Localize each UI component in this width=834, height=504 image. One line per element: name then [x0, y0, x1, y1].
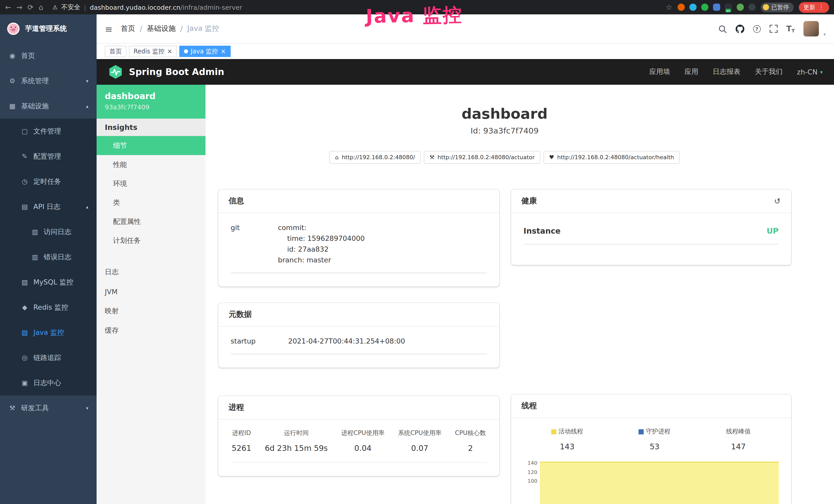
sba-brand-label: Spring Boot Admin: [129, 67, 224, 77]
git-commit-time: time: 1596289704000: [278, 233, 365, 244]
tab-home[interactable]: 首页: [105, 46, 126, 57]
home-icon[interactable]: ⌂: [39, 4, 43, 11]
sidebar-item-redis-monitor[interactable]: ◆ Redis 监控: [0, 295, 96, 320]
tab-label: Redis 监控: [134, 47, 164, 56]
sba-nav-applications[interactable]: 应用: [684, 67, 698, 76]
breadcrumb-item-home[interactable]: 首页: [121, 24, 135, 33]
sidebar-item-error-logs[interactable]: ▥ 错误日志: [0, 245, 96, 270]
close-icon[interactable]: ×: [221, 48, 226, 54]
app-logo[interactable]: 芋道管理系统: [0, 15, 96, 43]
sidebar-item-system-mgmt[interactable]: ⚙ 系统管理 ▾: [0, 68, 96, 93]
search-icon[interactable]: [718, 24, 727, 33]
threads-chart-plot: [540, 459, 778, 504]
sba-item-classes[interactable]: 类: [96, 193, 205, 212]
base-url-link[interactable]: ⌂ http://192.168.0.2:48080/: [330, 151, 421, 164]
github-icon[interactable]: [736, 24, 744, 33]
sba-instance-header[interactable]: dashboard 93a3fc7f7409: [96, 85, 205, 119]
locale-selector[interactable]: zh-CN ▾: [797, 68, 823, 76]
daemon-threads-swatch: [639, 429, 644, 434]
user-avatar[interactable]: [804, 21, 819, 37]
back-icon[interactable]: ←: [5, 4, 11, 11]
info-git-row: git commit: time: 1596289704000 id: 27aa…: [231, 222, 487, 273]
sba-section-insights[interactable]: Insights: [96, 119, 205, 136]
sba-item-metrics[interactable]: 性能: [96, 155, 205, 174]
address-bar[interactable]: ⚠ 不安全 | dashboard.yudao.iocoder.cn/infra…: [48, 3, 661, 12]
sba-item-jvm[interactable]: JVM: [96, 282, 205, 301]
fullscreen-icon[interactable]: [769, 25, 777, 33]
trace-icon: ◎: [21, 354, 29, 362]
sidebar-item-label: 文件管理: [34, 127, 88, 136]
sidebar-item-api-logs[interactable]: ▤ API 日志 ▴: [0, 194, 96, 219]
sba-item-details[interactable]: 细节: [96, 136, 205, 155]
forward-icon[interactable]: →: [16, 4, 22, 11]
sba-item-caches[interactable]: 缓存: [96, 321, 205, 340]
chevron-down-icon[interactable]: ▾: [824, 32, 826, 37]
stat-value: 0.04: [342, 443, 385, 453]
close-icon[interactable]: ×: [167, 48, 172, 54]
sba-item-config-props[interactable]: 配置属性: [96, 212, 205, 231]
sba-nav-wall[interactable]: 应用墙: [649, 67, 670, 76]
sidebar-item-config-mgmt[interactable]: ✎ 配置管理: [0, 144, 96, 169]
sba-sidebar-lower: 日志 JVM 映射 缓存: [96, 262, 205, 340]
sidebar-item-dev-tools[interactable]: ⚒ 研发工具 ▾: [0, 395, 96, 420]
extension-icon[interactable]: [677, 4, 684, 11]
sidebar-item-label: Java 监控: [34, 328, 88, 337]
sba-item-scheduled-tasks[interactable]: 计划任务: [96, 231, 205, 250]
sidebar-item-scheduled-tasks[interactable]: ◷ 定时任务: [0, 169, 96, 194]
sidebar-item-file-mgmt[interactable]: ▢ 文件管理: [0, 119, 96, 144]
bookmark-star-icon[interactable]: ☆: [666, 4, 672, 11]
stat-label: 系统CPU使用率: [398, 429, 441, 437]
chevron-down-icon: ▾: [86, 78, 88, 84]
chevron-up-icon: ▴: [86, 104, 88, 109]
infrastructure-icon: ▦: [8, 102, 17, 110]
extension-icon[interactable]: [713, 4, 720, 11]
dashboard-icon: ◉: [8, 52, 17, 60]
sba-navbar: Spring Boot Admin 应用墙 应用 日志报表 关于我们 zh-CN…: [96, 59, 834, 85]
card-title: 健康: [521, 196, 537, 206]
health-url-link[interactable]: ♥ http://192.168.0.2:48080/actuator/heal…: [544, 151, 680, 164]
sidebar-item-log-center[interactable]: ▣ 日志中心: [0, 370, 96, 395]
sba-item-logs[interactable]: 日志: [96, 262, 205, 282]
extension-icon[interactable]: [701, 4, 708, 11]
extension-icon[interactable]: [689, 4, 696, 11]
locale-label: zh-CN: [797, 68, 817, 76]
sba-item-environment[interactable]: 环境: [96, 174, 205, 193]
chevron-down-icon: ▾: [86, 406, 88, 411]
sba-brand[interactable]: Spring Boot Admin: [108, 64, 224, 79]
tab-java-monitor[interactable]: Java 监控 ×: [179, 46, 231, 57]
kebab-menu-icon[interactable]: ⋮: [818, 4, 824, 11]
address-separator: |: [84, 3, 86, 11]
history-icon[interactable]: ↺: [774, 197, 781, 206]
sba-nav-about[interactable]: 关于我们: [755, 67, 783, 76]
tab-redis-monitor[interactable]: Redis 监控 ×: [129, 46, 177, 57]
update-button[interactable]: 更新 ⋮: [799, 2, 829, 13]
reload-icon[interactable]: ⟳: [27, 4, 34, 11]
sidebar-item-java-monitor[interactable]: ▨ Java 监控: [0, 320, 96, 345]
sidebar-item-home[interactable]: ◉ 首页: [0, 43, 96, 68]
sidebar-item-infrastructure[interactable]: ▦ 基础设施 ▴: [0, 93, 96, 119]
extension-icon[interactable]: on: [725, 4, 732, 11]
sidebar-menu: ◉ 首页 ⚙ 系统管理 ▾ ▦ 基础设施 ▴ ▢ 文件管理: [0, 43, 96, 420]
extension-icon[interactable]: [737, 4, 744, 11]
extension-icon[interactable]: [748, 4, 755, 11]
sidebar-item-tracing[interactable]: ◎ 链路追踪: [0, 345, 96, 370]
info-card: 信息 git commit: time: 1596289704000 id: 2…: [218, 189, 499, 286]
font-size-icon[interactable]: TT: [786, 24, 795, 33]
stat-label: 进程CPU使用率: [342, 429, 385, 437]
profile-paused-badge[interactable]: 已暂停: [761, 2, 794, 12]
sba-nav-journal[interactable]: 日志报表: [713, 67, 741, 76]
tab-label: 首页: [109, 47, 122, 56]
health-instance-row[interactable]: Instance UP: [524, 224, 778, 245]
help-icon[interactable]: ?: [753, 25, 761, 32]
sba-item-mappings[interactable]: 映射: [96, 301, 205, 321]
timer-icon: ◷: [21, 178, 29, 185]
actuator-url-link[interactable]: ⚒ http://192.168.0.2:48080/actuator: [424, 151, 541, 164]
sidebar-item-mysql-monitor[interactable]: ▧ MySQL 监控: [0, 270, 96, 295]
y-tick: 100: [524, 477, 537, 485]
sidebar-item-access-logs[interactable]: ▥ 访问日志: [0, 219, 96, 245]
hamburger-icon[interactable]: ≡: [105, 23, 112, 34]
breadcrumb-item-infrastructure[interactable]: 基础设施: [147, 24, 176, 33]
security-warning-icon[interactable]: ⚠: [52, 4, 58, 10]
legend-value: 53: [639, 442, 671, 451]
extensions-row: on: [677, 4, 755, 11]
